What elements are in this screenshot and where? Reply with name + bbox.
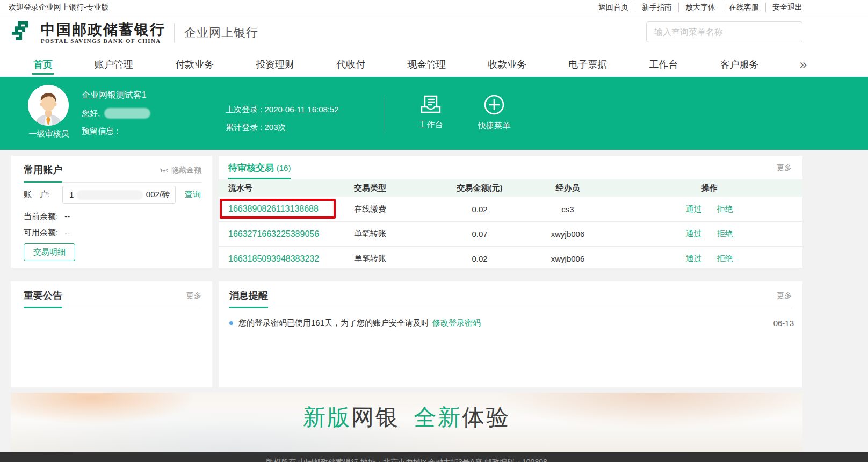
workbench-label: 工作台	[407, 120, 455, 130]
user-role: 一级审核员	[28, 129, 70, 139]
menu-search-input[interactable]	[646, 21, 802, 42]
transaction-operator: xwyjb006	[519, 254, 616, 263]
table-header: 流水号 交易类型 交易金额(元) 经办员 操作	[219, 179, 802, 197]
nav-item-customer-service[interactable]: 客户服务	[719, 53, 760, 76]
nav-item-home[interactable]: 首页	[32, 53, 54, 76]
current-balance-label: 当前余额:	[24, 212, 58, 221]
transaction-detail-button[interactable]: 交易明细	[24, 243, 75, 261]
table-row: 1663890826113138688 在线缴费 0.02 cs3 通过 拒绝	[219, 197, 802, 221]
quick-menu-shortcut[interactable]: 快捷菜单	[470, 94, 518, 131]
transaction-amount: 0.07	[440, 229, 519, 239]
transaction-id-link[interactable]: 1663890826113138688	[228, 204, 319, 213]
approve-link[interactable]: 通过	[685, 204, 701, 213]
workbench-icon	[419, 94, 442, 114]
main-nav: 首页 账户管理 付款业务 投资理财 代收付 现金管理 收款业务 电子票据 工作台…	[0, 52, 868, 77]
hide-amount-toggle[interactable]: 隐藏金额	[160, 165, 201, 175]
psbc-emblem-icon	[11, 20, 35, 45]
nav-item-receivables[interactable]: 收款业务	[487, 53, 527, 76]
promo-banner: 新版网银全新体验	[11, 393, 802, 452]
greeting-text: 您好,	[82, 109, 100, 119]
message-reminders-title: 消息提醒	[229, 289, 268, 308]
psbc-corporate-banking-page: 欢迎登录企业网上银行-专业版 返回首页 新手指南 放大字体 在线客服 安全退出	[0, 0, 868, 462]
copyright-text: 版权所有 中国邮政储蓄银行 地址：北京市西城区金融大街3号A座 邮政编码：100…	[0, 458, 813, 462]
table-row: 1663271663225389056 单笔转账 0.07 xwyjb006 通…	[219, 221, 802, 246]
approve-link[interactable]: 通过	[685, 254, 701, 263]
col-transaction-type: 交易类型	[354, 183, 440, 193]
message-text: 您的登录密码已使用161天，为了您的账户安全请及时	[238, 318, 429, 328]
link-beginner-guide[interactable]: 新手指南	[635, 3, 678, 12]
frequent-accounts-card: 常用账户 隐藏金额 账 户: 1 002/砖 查询 当前余额: --	[11, 156, 212, 268]
nav-item-account-mgmt[interactable]: 账户管理	[93, 53, 134, 76]
current-balance-value: --	[64, 212, 70, 221]
account-number-prefix: 1	[69, 190, 74, 199]
messages-more-link[interactable]: 更多	[777, 291, 792, 301]
transaction-type: 单笔转账	[354, 229, 440, 239]
important-notices-title: 重要公告	[24, 289, 62, 308]
quick-menu-label: 快捷菜单	[470, 121, 518, 131]
pending-more-link[interactable]: 更多	[777, 163, 792, 173]
quick-menu-plus-icon	[483, 94, 505, 116]
transaction-operator: cs3	[519, 205, 616, 214]
table-row: 1663185093948383232 单笔转账 0.02 xwyjb006 通…	[219, 246, 802, 271]
message-reminders-card: 消息提醒 更多 您的登录密码已使用161天，为了您的账户安全请及时 修改登录密码…	[219, 281, 802, 387]
query-link[interactable]: 查询	[185, 190, 201, 200]
total-logins: 累计登录 : 203次	[226, 122, 339, 133]
change-password-link[interactable]: 修改登录密码	[432, 318, 481, 328]
message-item: 您的登录密码已使用161天，为了您的账户安全请及时 修改登录密码 06-13	[229, 318, 794, 328]
account-number-suffix: 002/砖	[146, 190, 170, 200]
pending-transactions-card: 待审核交易 (16) 更多 流水号 交易类型 交易金额(元) 经办员 操作 16…	[219, 156, 802, 268]
link-enlarge-font[interactable]: 放大字体	[678, 3, 722, 12]
link-safe-logout[interactable]: 安全退出	[765, 3, 802, 12]
message-bullet-icon	[229, 321, 233, 325]
nav-item-payment[interactable]: 付款业务	[174, 53, 215, 76]
transaction-operator: xwyjb006	[519, 229, 616, 239]
reject-link[interactable]: 拒绝	[717, 204, 733, 213]
transaction-id-link[interactable]: 1663185093948383232	[228, 254, 319, 263]
account-label: 账 户:	[24, 190, 62, 200]
redacted-user-name	[104, 108, 150, 119]
avatar-block: 一级审核员	[28, 85, 70, 139]
available-balance-label: 可用余额:	[24, 228, 58, 237]
col-operator: 经办员	[519, 183, 616, 193]
link-return-home[interactable]: 返回首页	[592, 3, 635, 12]
head-divider	[229, 308, 792, 308]
nav-more-icon[interactable]: »	[800, 57, 806, 72]
user-details: 企业网银测试客1 您好, 预留信息 :	[82, 90, 150, 136]
slogan-part-4: 体验	[462, 405, 510, 430]
page-footer: 版权所有 中国邮政储蓄银行 地址：北京市西城区金融大街3号A座 邮政编码：100…	[0, 452, 868, 462]
nav-item-investment[interactable]: 投资理财	[255, 53, 295, 76]
notices-more-link[interactable]: 更多	[186, 291, 201, 301]
user-info-banner: 一级审核员 企业网银测试客1 您好, 预留信息 : 上次登录 : 2020-06…	[0, 77, 868, 150]
slogan-part-3: 全新	[414, 405, 462, 430]
last-login: 上次登录 : 2020-06-11 16:08:52	[226, 105, 339, 115]
avatar-illustration-icon	[28, 85, 69, 126]
nav-item-workbench[interactable]: 工作台	[648, 53, 679, 76]
reject-link[interactable]: 拒绝	[717, 254, 733, 263]
col-actions: 操作	[616, 183, 802, 193]
nav-item-e-bill[interactable]: 电子票据	[567, 53, 608, 76]
transaction-id-link[interactable]: 1663271663225389056	[228, 229, 319, 239]
transaction-amount: 0.02	[440, 205, 519, 214]
hide-amount-label: 隐藏金额	[171, 165, 201, 175]
message-date: 06-13	[773, 319, 794, 328]
important-notices-card: 重要公告 更多	[11, 281, 212, 387]
utility-links: 返回首页 新手指南 放大字体 在线客服 安全退出	[592, 3, 802, 12]
slogan-part-2: 网银	[351, 405, 400, 430]
nav-item-collection-payment[interactable]: 代收付	[335, 53, 366, 76]
approve-link[interactable]: 通过	[685, 229, 701, 238]
col-amount: 交易金额(元)	[440, 183, 519, 193]
pending-count: (16)	[277, 163, 291, 172]
promo-slogan: 新版网银全新体验	[11, 402, 802, 432]
transaction-type: 在线缴费	[354, 204, 440, 214]
col-serial-number: 流水号	[219, 183, 354, 193]
link-online-service[interactable]: 在线客服	[722, 3, 765, 12]
redacted-account-number	[77, 190, 142, 200]
workbench-shortcut[interactable]: 工作台	[407, 94, 455, 130]
nav-item-cash-mgmt[interactable]: 现金管理	[406, 53, 447, 76]
product-name: 企业网上银行	[184, 25, 258, 41]
pending-transactions-title: 待审核交易 (16)	[228, 162, 291, 179]
top-utility-bar: 欢迎登录企业网上银行-专业版 返回首页 新手指南 放大字体 在线客服 安全退出	[0, 0, 868, 15]
reject-link[interactable]: 拒绝	[717, 229, 733, 238]
account-select[interactable]: 1 002/砖	[62, 186, 176, 204]
hero-divider	[384, 96, 384, 132]
